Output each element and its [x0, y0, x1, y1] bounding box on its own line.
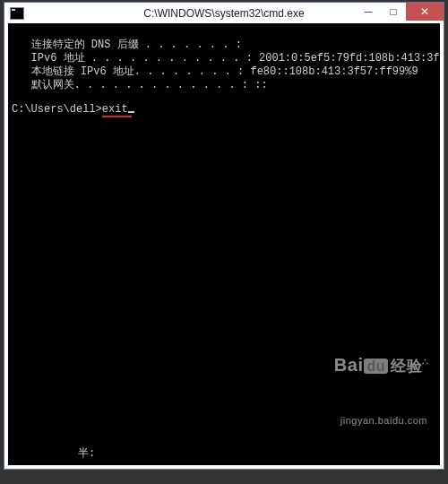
window-title: C:\WINDOWS\system32\cmd.exe: [143, 7, 304, 20]
output-line: 本地链接 IPv6 地址. . . . . . . . :: [12, 65, 250, 78]
output-line: IPv6 地址 . . . . . . . . . . . . :: [12, 52, 259, 65]
prompt-line: C:\Users\dell>exit: [12, 103, 436, 117]
cmd-window: C:\WINDOWS\system32\cmd.exe ─ □ ✕ 连接特定的 …: [4, 2, 444, 470]
cursor-icon: [128, 111, 134, 113]
minimize-button[interactable]: ─: [356, 3, 381, 21]
brand-experience: 经验: [391, 358, 422, 375]
prompt-text: C:\Users\dell>: [12, 103, 102, 116]
titlebar[interactable]: C:\WINDOWS\system32\cmd.exe ─ □ ✕: [4, 3, 444, 23]
ipv6-address: 2001:0:5ef5:79fd:108b:413:3f57:ff99: [259, 52, 440, 65]
window-controls: ─ □ ✕: [356, 3, 444, 21]
typed-command: exit: [102, 103, 128, 116]
ime-status: 半:: [78, 446, 95, 460]
watermark-brand: Baidu经验∴: [290, 342, 427, 386]
maximize-button[interactable]: □: [381, 3, 406, 21]
output-line: 默认网关. . . . . . . . . . . . . : ::: [12, 79, 268, 91]
close-button[interactable]: ✕: [406, 3, 444, 21]
watermark: Baidu经验∴ jingyan.baidu.com: [290, 315, 427, 454]
terminal-area[interactable]: 连接特定的 DNS 后缀 . . . . . . . : IPv6 地址 . .…: [8, 23, 440, 465]
cmd-icon: [10, 7, 24, 20]
brand-du: du: [364, 359, 388, 374]
paw-icon: ∴: [422, 357, 427, 367]
watermark-url: jingyan.baidu.com: [290, 414, 427, 428]
output-line: 连接特定的 DNS 后缀 . . . . . . . :: [12, 39, 242, 51]
brand-bai: Bai: [334, 355, 364, 375]
link-local-address: fe80::108b:413:3f57:ff99%9: [250, 65, 418, 78]
